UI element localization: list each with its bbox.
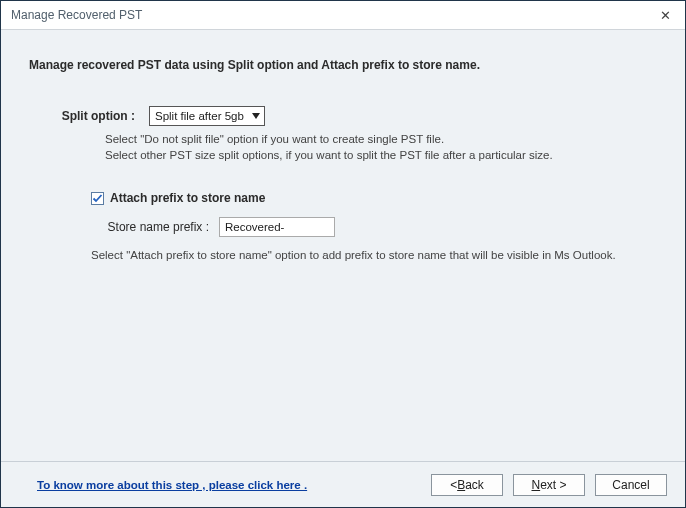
attach-prefix-row: Attach prefix to store name (91, 191, 657, 205)
dialog-window: Manage Recovered PST ✕ Manage recovered … (0, 0, 686, 508)
next-button[interactable]: Next > (513, 474, 585, 496)
split-option-value: Split file after 5gb (155, 110, 244, 122)
back-mnemonic: B (457, 478, 465, 492)
titlebar: Manage Recovered PST ✕ (1, 1, 685, 30)
footer: To know more about this step , please cl… (1, 461, 685, 507)
split-option-label: Split option : (29, 109, 149, 123)
content-area: Manage recovered PST data using Split op… (1, 30, 685, 461)
back-button[interactable]: < Back (431, 474, 503, 496)
store-prefix-row: Store name prefix : (29, 217, 657, 237)
split-option-select[interactable]: Split file after 5gb (149, 106, 265, 126)
next-rest: ext > (540, 478, 566, 492)
back-prefix: < (450, 478, 457, 492)
close-button[interactable]: ✕ (653, 5, 677, 25)
next-mnemonic: N (531, 478, 540, 492)
close-icon: ✕ (660, 8, 671, 23)
split-option-row: Split option : Split file after 5gb (29, 106, 657, 126)
page-heading: Manage recovered PST data using Split op… (29, 58, 657, 72)
store-prefix-input[interactable] (219, 217, 335, 237)
split-help-line2: Select other PST size split options, if … (105, 148, 657, 164)
attach-prefix-checkbox[interactable] (91, 192, 104, 205)
learn-more-link[interactable]: To know more about this step , please cl… (37, 479, 421, 491)
checkmark-icon (92, 193, 103, 204)
cancel-button[interactable]: Cancel (595, 474, 667, 496)
prefix-help-text: Select "Attach prefix to store name" opt… (91, 249, 657, 261)
window-title: Manage Recovered PST (11, 8, 653, 22)
attach-prefix-label: Attach prefix to store name (110, 191, 265, 205)
store-prefix-label: Store name prefix : (29, 220, 219, 234)
cancel-label: Cancel (612, 478, 649, 492)
split-help-line1: Select "Do not split file" option if you… (105, 132, 657, 148)
split-help-text: Select "Do not split file" option if you… (105, 132, 657, 163)
chevron-down-icon (252, 113, 260, 119)
back-rest: ack (465, 478, 484, 492)
